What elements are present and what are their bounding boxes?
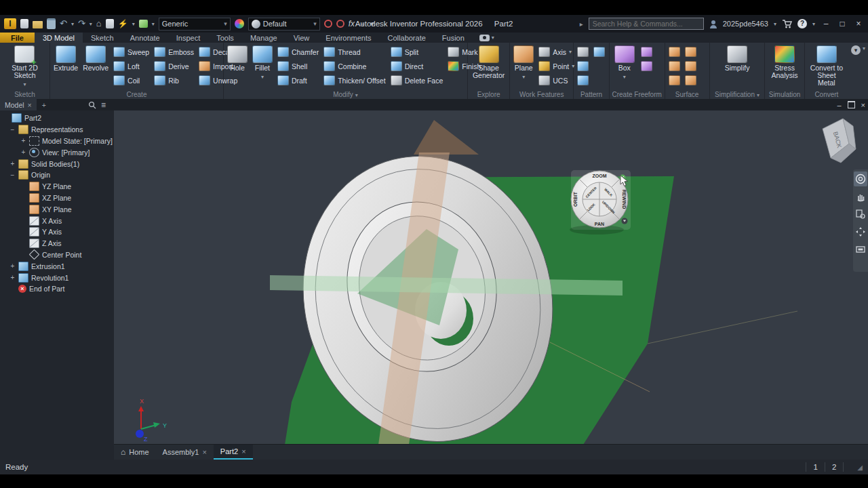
help-icon[interactable]: ? — [797, 19, 807, 28]
ribbon-collapse-icon[interactable]: ▾ — [851, 45, 861, 55]
tab-close-icon[interactable]: × — [241, 447, 245, 455]
tab-sketch[interactable]: Sketch — [83, 33, 122, 43]
rib-button[interactable]: Rib — [153, 73, 195, 87]
tree-item-model-state[interactable]: + Model State: [Primary] — [0, 136, 114, 147]
material-cube-icon[interactable] — [139, 20, 148, 28]
tree-item-revolution1[interactable]: + Revolution1 — [0, 272, 114, 283]
qat-customize-icon[interactable]: ▾ — [370, 20, 374, 28]
tree-item-part2[interactable]: Part2 — [0, 113, 114, 124]
tree-item-solid-bodies[interactable]: + Solid Bodies(1) — [0, 158, 114, 169]
add-icon[interactable]: ＋ — [359, 19, 366, 29]
inventor-logo-icon[interactable]: I — [4, 18, 16, 29]
help-dropdown-icon[interactable]: ▾ — [812, 21, 815, 27]
draft-button[interactable]: Draft — [276, 73, 320, 87]
wheel-pan-label[interactable]: PAN — [595, 222, 604, 226]
hole-button[interactable]: Hole — [226, 45, 249, 89]
doc-tab-part2[interactable]: Part2 × — [214, 445, 253, 460]
tree-item-xy-plane[interactable]: XY Plane — [0, 203, 114, 215]
appearance-combobox[interactable]: Default ▾ — [248, 18, 320, 30]
simplify-button[interactable]: Simplify — [724, 45, 751, 89]
expander[interactable]: + — [9, 160, 16, 167]
navigation-wheel[interactable]: ZOOM PAN ORBIT REWIND CENTER WALK LOOK U… — [570, 170, 631, 235]
wheel-orbit-label[interactable]: ORBIT — [573, 191, 578, 207]
doc-tab-assembly1[interactable]: Assembly1 × — [156, 445, 214, 460]
nav-pan-button[interactable] — [854, 189, 867, 204]
cart-icon[interactable] — [782, 20, 792, 28]
direct-button[interactable]: Direct — [389, 59, 445, 73]
save-icon[interactable] — [47, 18, 56, 29]
sketch-pattern-button[interactable] — [576, 73, 590, 87]
fillet-button[interactable]: Fillet▾ — [251, 45, 274, 89]
color-wheel-icon[interactable] — [235, 19, 244, 28]
adjust-appearance-icon[interactable] — [324, 20, 332, 28]
replace-face-button[interactable] — [684, 73, 698, 87]
ribbon-collapse-control[interactable]: ▾ ▾ — [848, 43, 868, 99]
start-2d-sketch-button[interactable]: Start 2D Sketch▾ — [2, 45, 47, 89]
chamfer-button[interactable]: Chamfer — [276, 45, 320, 59]
expander[interactable]: + — [9, 274, 16, 281]
ucs-button[interactable]: UCS — [537, 73, 576, 87]
parameters-fx-icon[interactable]: fx — [349, 19, 355, 28]
expander[interactable]: + — [9, 262, 16, 270]
nav-wheel-button[interactable] — [854, 171, 867, 186]
nav-zoom-button[interactable] — [854, 207, 867, 222]
tree-item-end-of-part[interactable]: × End of Part — [0, 283, 114, 295]
close-button[interactable]: × — [853, 19, 864, 28]
expander[interactable]: − — [9, 126, 16, 134]
expander[interactable]: − — [9, 171, 16, 179]
split-button[interactable]: Split — [389, 45, 445, 59]
thicken-offset-button[interactable]: Thicken/ Offset — [322, 73, 387, 87]
search-input[interactable] — [589, 18, 704, 30]
tree-item-z-axis[interactable]: Z Axis — [0, 238, 114, 249]
doc-tab-home[interactable]: ⌂ Home — [114, 445, 156, 460]
material-combobox[interactable]: Generic ▾ — [159, 18, 231, 30]
tab-close-icon[interactable]: × — [202, 448, 206, 456]
minimize-button[interactable]: – — [821, 19, 831, 28]
browser-tab-close-icon[interactable]: × — [28, 101, 32, 109]
browser-menu-icon[interactable]: ≡ — [101, 100, 106, 110]
freeform-box-button[interactable]: Box▾ — [612, 45, 637, 89]
loft-button[interactable]: Loft — [112, 59, 151, 73]
tree-item-origin[interactable]: − Origin — [0, 169, 114, 181]
tree-item-extrusion1[interactable]: + Extrusion1 — [0, 260, 114, 272]
browser-add-tab-button[interactable]: + — [37, 99, 52, 110]
sketch-triangle-top[interactable] — [414, 120, 479, 155]
extend-button[interactable] — [684, 59, 698, 73]
search-expand-icon[interactable]: ▸ — [580, 20, 583, 28]
doc-close-icon[interactable]: × — [861, 101, 865, 109]
appearance-combo-caret-icon[interactable]: ▾ — [313, 20, 317, 27]
redo-dropdown-icon[interactable]: ▾ — [90, 21, 92, 27]
tab-file[interactable]: File — [0, 33, 35, 43]
tab-manage[interactable]: Manage — [242, 33, 285, 43]
update-dropdown-icon[interactable]: ▾ — [132, 21, 135, 27]
doc-restore-icon[interactable] — [848, 101, 855, 108]
screen-record-menu[interactable]: ▾ — [473, 33, 501, 43]
tree-item-x-axis[interactable]: X Axis — [0, 215, 114, 226]
3d-scene[interactable]: ZOOM PAN ORBIT REWIND CENTER WALK LOOK U… — [114, 110, 868, 445]
browser-search-icon[interactable] — [88, 101, 96, 109]
mirror-button[interactable] — [592, 45, 606, 59]
combine-button[interactable]: Combine — [322, 59, 387, 73]
delete-face-button[interactable]: Delete Face — [389, 73, 445, 87]
patch-button[interactable] — [667, 59, 682, 73]
local-update-icon[interactable]: ⚡ — [118, 19, 128, 28]
thread-button[interactable]: Thread — [322, 45, 387, 59]
stitch-button[interactable] — [667, 45, 682, 59]
wheel-zoom-label[interactable]: ZOOM — [593, 174, 607, 178]
wheel-rewind-label[interactable]: REWIND — [622, 190, 627, 209]
tree-item-xz-plane[interactable]: XZ Plane — [0, 192, 114, 204]
nav-look-at-button[interactable] — [854, 242, 867, 257]
tree-item-y-axis[interactable]: Y Axis — [0, 226, 114, 238]
tab-fusion[interactable]: Fusion — [434, 33, 473, 43]
plane-button[interactable]: Plane▾ — [512, 45, 535, 89]
username[interactable]: 2025pde5463 — [723, 20, 768, 28]
tab-view[interactable]: View — [285, 33, 318, 43]
material-cube-dropdown-icon[interactable]: ▾ — [152, 21, 155, 27]
panel-label-simplification[interactable]: Simplification▾ — [710, 91, 765, 98]
sweep-button[interactable]: Sweep — [112, 45, 151, 59]
shape-generator-button[interactable]: Shape Generator — [470, 45, 507, 89]
tree-item-center-point[interactable]: Center Point — [0, 249, 114, 261]
circular-pattern-button[interactable] — [576, 59, 590, 73]
tree-item-view-primary[interactable]: + View: [Primary] — [0, 146, 114, 158]
ribbon-collapse-caret-icon[interactable]: ▾ — [863, 45, 865, 52]
